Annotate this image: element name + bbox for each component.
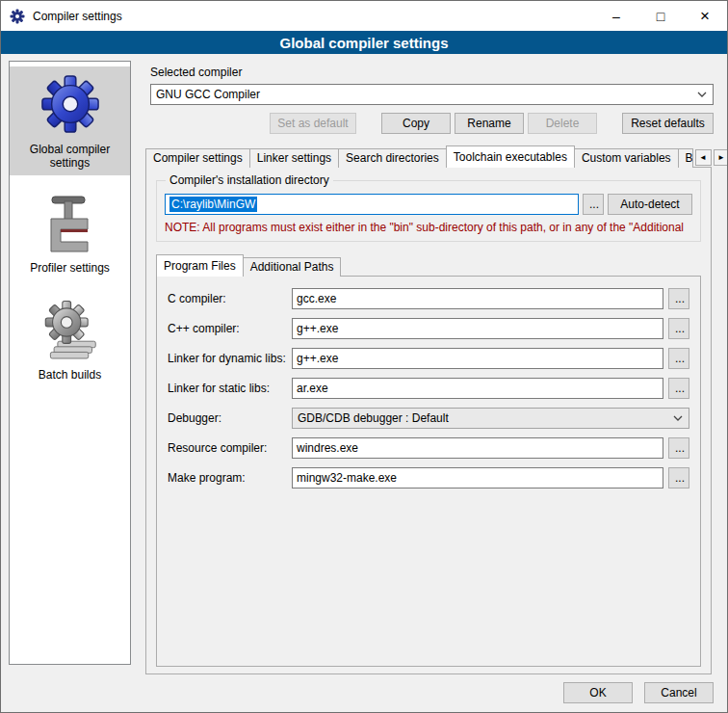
delete-button[interactable]: Delete (528, 113, 597, 134)
compiler-action-buttons: Set as default Copy Rename Delete Reset … (150, 113, 714, 134)
resource-compiler-browse-button[interactable]: ... (668, 437, 689, 459)
tab-compiler-settings[interactable]: Compiler settings (145, 148, 250, 168)
cpp-compiler-browse-button[interactable]: ... (668, 318, 689, 339)
installation-directory-selected-text: C:\raylib\MinGW (169, 197, 257, 212)
sidebar-item-global-compiler-settings[interactable]: Global compiler settings (10, 66, 130, 175)
minimize-button[interactable]: – (594, 1, 638, 31)
cancel-button[interactable]: Cancel (644, 682, 714, 703)
settings-tab-bar: Compiler settings Linker settings Search… (145, 145, 712, 168)
make-program-browse-button[interactable]: ... (668, 467, 689, 489)
chevron-down-icon (697, 92, 707, 97)
toolchain-executables-panel: Compiler's installation directory C:\ray… (145, 167, 712, 674)
dialog-footer: OK Cancel (563, 682, 714, 703)
tab-program-files[interactable]: Program Files (156, 254, 244, 277)
static-linker-value: ar.exe (297, 382, 328, 395)
dynamic-linker-input[interactable]: g++.exe (292, 348, 663, 369)
static-linker-input[interactable]: ar.exe (292, 378, 663, 399)
window-title: Compiler settings (33, 10, 122, 23)
debugger-label: Debugger: (168, 411, 287, 425)
copy-button[interactable]: Copy (381, 113, 451, 134)
main-area: Selected compiler GNU GCC Compiler Set a… (141, 61, 714, 674)
tab-custom-variables[interactable]: Custom variables (574, 148, 679, 168)
tab-build-options[interactable]: Builc (678, 148, 693, 168)
debugger-select[interactable]: GDB/CDB debugger : Default (292, 408, 689, 429)
selected-compiler-value: GNU GCC Compiler (156, 88, 260, 101)
blue-gear-icon (40, 74, 100, 134)
c-compiler-browse-button[interactable]: ... (668, 288, 689, 309)
c-compiler-input[interactable]: gcc.exe (292, 288, 663, 309)
tab-search-directories[interactable]: Search directories (338, 148, 447, 168)
chevron-down-icon (673, 415, 683, 421)
installation-note: NOTE: All programs must exist either in … (165, 221, 692, 234)
c-compiler-value: gcc.exe (297, 292, 336, 305)
cpp-compiler-input[interactable]: g++.exe (292, 318, 663, 339)
selected-compiler-dropdown[interactable]: GNU GCC Compiler (150, 84, 714, 105)
resource-compiler-value: windres.exe (297, 441, 358, 455)
sidebar-item-batch-builds[interactable]: Batch builds (10, 292, 130, 387)
compiler-settings-window: Compiler settings – □ × Global compiler … (0, 0, 728, 713)
tab-additional-paths[interactable]: Additional Paths (243, 257, 342, 277)
tab-linker-settings[interactable]: Linker settings (249, 148, 339, 168)
form-row-resource-compiler: Resource compiler: windres.exe ... (168, 437, 689, 459)
resource-compiler-input[interactable]: windres.exe (292, 437, 663, 459)
debugger-value: GDB/CDB debugger : Default (298, 411, 449, 425)
auto-detect-button[interactable]: Auto-detect (608, 194, 692, 215)
static-linker-browse-button[interactable]: ... (668, 378, 689, 399)
settings-sidebar: Global compiler settings Profiler settin… (9, 61, 131, 665)
form-row-static-linker: Linker for static libs: ar.exe ... (168, 378, 689, 399)
maximize-button[interactable]: □ (638, 1, 683, 31)
installation-directory-input[interactable]: C:\raylib\MinGW (165, 194, 579, 215)
tab-toolchain-executables[interactable]: Toolchain executables (446, 145, 575, 168)
titlebar: Compiler settings – □ × (1, 1, 727, 31)
program-files-tab-bar: Program Files Additional Paths (156, 254, 703, 277)
dynamic-linker-browse-button[interactable]: ... (668, 348, 689, 369)
make-program-input[interactable]: mingw32-make.exe (292, 467, 663, 489)
installation-directory-group: Compiler's installation directory C:\ray… (156, 180, 701, 242)
installation-directory-row: C:\raylib\MinGW ... Auto-detect (165, 194, 692, 215)
dynamic-linker-value: g++.exe (297, 352, 338, 365)
ok-button[interactable]: OK (563, 682, 633, 703)
installation-directory-group-title: Compiler's installation directory (166, 173, 333, 187)
sidebar-item-label: Profiler settings (30, 261, 110, 275)
tab-scroll-right-icon[interactable]: ► (714, 149, 728, 166)
browse-directory-button[interactable]: ... (583, 194, 604, 215)
form-row-dynamic-linker: Linker for dynamic libs: g++.exe ... (168, 348, 689, 369)
cpp-compiler-value: g++.exe (297, 322, 338, 335)
sidebar-item-label: Global compiler settings (13, 143, 127, 170)
make-program-value: mingw32-make.exe (297, 471, 397, 485)
tab-scroll-left-icon[interactable]: ◄ (695, 149, 712, 166)
dynamic-linker-label: Linker for dynamic libs: (168, 352, 287, 365)
gray-gear-stack-icon (41, 300, 99, 359)
static-linker-label: Linker for static libs: (168, 382, 287, 395)
tab-scroll-controls: ◄ ► (693, 149, 728, 166)
form-row-c-compiler: C compiler: gcc.exe ... (168, 288, 689, 309)
cpp-compiler-label: C++ compiler: (168, 322, 287, 335)
sidebar-item-label: Batch builds (39, 368, 101, 382)
window-controls: – □ × (594, 1, 727, 31)
selected-compiler-label: Selected compiler (150, 66, 714, 79)
sidebar-item-profiler-settings[interactable]: Profiler settings (10, 187, 130, 280)
make-program-label: Make program: (168, 471, 287, 485)
rename-button[interactable]: Rename (455, 113, 524, 134)
form-row-cpp-compiler: C++ compiler: g++.exe ... (168, 318, 689, 339)
app-icon (10, 9, 25, 24)
form-row-debugger: Debugger: GDB/CDB debugger : Default (168, 408, 689, 429)
program-files-panel: C compiler: gcc.exe ... C++ compiler: g+… (156, 276, 701, 667)
set-as-default-button[interactable]: Set as default (270, 113, 356, 134)
reset-defaults-button[interactable]: Reset defaults (622, 113, 714, 134)
close-button[interactable]: × (683, 1, 727, 31)
profiler-tool-icon (43, 195, 97, 252)
resource-compiler-label: Resource compiler: (168, 441, 287, 455)
dialog-header: Global compiler settings (1, 31, 727, 54)
form-row-make-program: Make program: mingw32-make.exe ... (168, 467, 689, 489)
c-compiler-label: C compiler: (168, 292, 287, 305)
